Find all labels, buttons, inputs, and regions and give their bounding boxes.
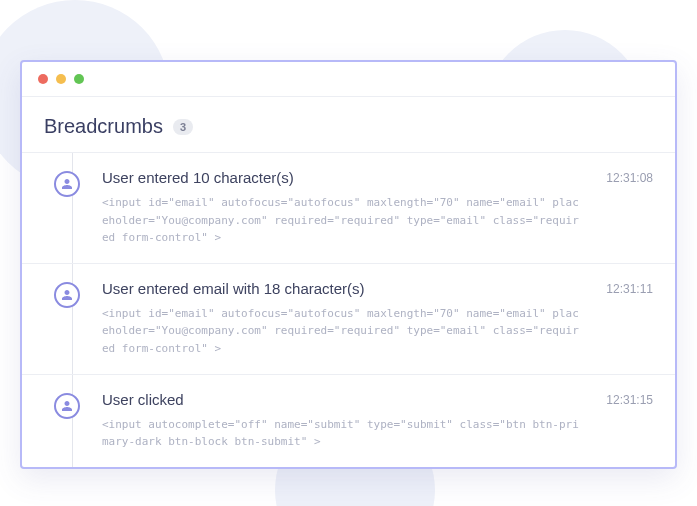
entry-icon-wrap [22,280,102,358]
entry-body: User entered 10 character(s) <input id="… [102,169,593,247]
entry-code: <input id="email" autofocus="autofocus" … [102,305,581,358]
timeline-entry: User clicked <input autocomplete="off" n… [22,374,675,467]
app-window: Breadcrumbs 3 User entered 10 character(… [20,60,677,469]
breadcrumb-timeline: User entered 10 character(s) <input id="… [22,152,675,467]
entry-timestamp: 12:31:15 [593,391,653,451]
user-icon [54,282,80,308]
window-maximize-icon[interactable] [74,74,84,84]
entry-code: <input id="email" autofocus="autofocus" … [102,194,581,247]
count-badge: 3 [173,119,193,135]
user-icon [54,393,80,419]
timeline-entry: User entered 10 character(s) <input id="… [22,152,675,263]
entry-title: User entered email with 18 character(s) [102,280,581,297]
entry-timestamp: 12:31:11 [593,280,653,358]
section-header: Breadcrumbs 3 [22,97,675,152]
entry-timestamp: 12:31:08 [593,169,653,247]
user-icon [54,171,80,197]
entry-title: User clicked [102,391,581,408]
entry-icon-wrap [22,169,102,247]
entry-body: User entered email with 18 character(s) … [102,280,593,358]
entry-code: <input autocomplete="off" name="submit" … [102,416,581,451]
page-title: Breadcrumbs [44,115,163,138]
entry-title: User entered 10 character(s) [102,169,581,186]
entry-body: User clicked <input autocomplete="off" n… [102,391,593,451]
timeline-entry: User entered email with 18 character(s) … [22,263,675,374]
window-close-icon[interactable] [38,74,48,84]
window-minimize-icon[interactable] [56,74,66,84]
titlebar [22,62,675,97]
entry-icon-wrap [22,391,102,451]
